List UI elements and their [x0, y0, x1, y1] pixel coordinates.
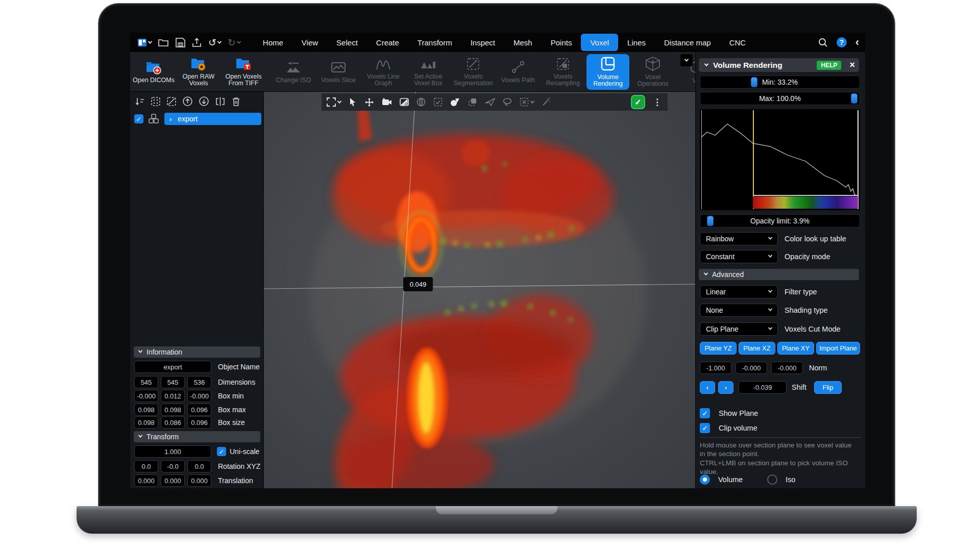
import-plane-button[interactable]: Import Plane [816, 342, 860, 355]
redo-icon[interactable]: ↻ [228, 38, 240, 47]
probe-icon[interactable] [450, 97, 460, 107]
collapse-left-icon[interactable]: ‹ [855, 37, 859, 47]
box-min-z-field[interactable]: -0.000 [187, 390, 211, 402]
box-select-check-icon[interactable] [433, 97, 443, 107]
histogram-max-marker[interactable] [857, 110, 859, 209]
norm-x-field[interactable]: -1.000 [700, 362, 731, 374]
viewport-3d-canvas[interactable]: ✓ ⋮ 0.049 [264, 92, 695, 488]
tab-cnc[interactable]: CNC [720, 33, 755, 52]
plane-tool-icon[interactable] [485, 98, 495, 106]
help-icon[interactable]: ? [837, 37, 847, 47]
color-lut-dropdown[interactable]: Rainbow [700, 232, 778, 245]
tab-transform[interactable]: Transform [408, 33, 461, 52]
max-slider-handle[interactable] [851, 93, 857, 104]
max-slider[interactable]: Max: 100.0% [700, 92, 860, 105]
tab-view[interactable]: View [292, 33, 327, 52]
opacity-limit-slider[interactable]: Opacity limit: 3.9% [700, 214, 860, 228]
close-icon[interactable]: × [849, 60, 855, 70]
export-visibility-checkbox[interactable]: ✓ [134, 114, 143, 123]
select-cursor-icon[interactable] [349, 97, 357, 107]
ribbon-open-voxels-tiff[interactable]: Open Voxels From TIFF [221, 54, 266, 90]
tab-select[interactable]: Select [327, 33, 367, 52]
delete-icon[interactable] [231, 96, 241, 107]
box-max-x-field[interactable]: 0.098 [134, 404, 158, 416]
show-plane-checkbox[interactable]: ✓ Show Plane [700, 408, 758, 418]
lasso-icon[interactable] [503, 97, 512, 107]
magic-wand-icon[interactable] [542, 97, 551, 107]
undo-icon[interactable]: ↺ [208, 38, 221, 47]
duplicate-icon[interactable] [468, 97, 477, 107]
ribbon-voxel-operations[interactable]: Voxel Operations [630, 54, 675, 90]
box-size-x-field[interactable]: 0.098 [134, 416, 158, 429]
clip-volume-checkbox[interactable]: ✓ Clip volume [700, 423, 757, 433]
tab-mesh[interactable]: Mesh [504, 33, 542, 52]
norm-z-field[interactable]: -0.000 [771, 362, 803, 374]
ribbon-open-raw-voxels[interactable]: Open RAW Voxels [176, 54, 221, 90]
transform-section-header[interactable]: Transform [134, 431, 260, 442]
histogram[interactable] [700, 109, 860, 210]
sort-icon[interactable] [135, 96, 145, 107]
tab-voxel[interactable]: Voxel [581, 34, 618, 51]
plane-xz-button[interactable]: Plane XZ [739, 342, 775, 355]
search-icon[interactable] [818, 38, 828, 47]
camera-icon[interactable] [382, 98, 392, 106]
box-max-y-field[interactable]: 0.098 [161, 404, 185, 416]
norm-y-field[interactable]: -0.000 [736, 362, 767, 374]
tab-distance-map[interactable]: Distance map [655, 33, 720, 52]
object-name-input[interactable]: export [134, 361, 211, 373]
confirm-button[interactable]: ✓ [631, 95, 645, 109]
advanced-section-header[interactable]: Advanced [699, 269, 859, 280]
scale-input[interactable]: 1.000 [134, 445, 211, 458]
fit-view-icon[interactable] [327, 97, 341, 107]
min-slider-handle[interactable] [751, 77, 757, 87]
ribbon-collapse-button[interactable] [680, 54, 693, 66]
export-upload-icon[interactable] [192, 38, 202, 47]
box-max-z-field[interactable]: 0.096 [187, 404, 211, 416]
information-section-header[interactable]: Information [134, 346, 260, 358]
tab-home[interactable]: Home [254, 33, 292, 52]
deselect-icon[interactable] [166, 96, 177, 107]
move-view-icon[interactable] [364, 97, 374, 107]
ribbon-open-dicoms[interactable]: Open DICOMs [131, 54, 176, 90]
render-settings-icon[interactable] [400, 98, 409, 106]
save-icon[interactable] [176, 38, 185, 47]
tab-create[interactable]: Create [367, 33, 408, 52]
dim-y-field[interactable]: 545 [161, 376, 185, 388]
box-min-x-field[interactable]: -0.000 [134, 390, 158, 402]
app-logo-icon[interactable] [137, 38, 152, 47]
translation-y-field[interactable]: 0.000 [161, 474, 185, 487]
opacity-slider-handle[interactable] [707, 216, 714, 226]
ribbon-voxels-line-graph[interactable]: Voxels Line Graph [361, 54, 406, 90]
ribbon-volume-rendering[interactable]: Volume Rendering [586, 54, 629, 90]
ribbon-set-active-voxel-box[interactable]: Set Active Voxel Box [406, 54, 451, 90]
help-badge[interactable]: HELP [817, 61, 841, 70]
shading-type-dropdown[interactable]: None [700, 304, 778, 317]
expand-chevron-icon[interactable]: › [169, 115, 172, 123]
translation-x-field[interactable]: 0.000 [134, 474, 158, 487]
min-slider[interactable]: Min: 33.2% [700, 76, 860, 89]
select-all-icon[interactable] [151, 96, 161, 107]
move-up-icon[interactable] [182, 96, 193, 107]
voxels-cut-mode-dropdown[interactable]: Clip Plane [700, 322, 778, 336]
plane-yz-button[interactable]: Plane YZ [700, 342, 737, 355]
shift-value-field[interactable]: -0.039 [739, 381, 787, 394]
tab-inspect[interactable]: Inspect [461, 33, 504, 52]
opacity-mode-dropdown[interactable]: Constant [700, 250, 778, 263]
box-size-y-field[interactable]: 0.086 [161, 416, 185, 429]
plane-xy-button[interactable]: Plane XY [777, 342, 814, 355]
filter-type-dropdown[interactable]: Linear [700, 285, 778, 298]
tab-lines[interactable]: Lines [618, 33, 655, 52]
volume-radio[interactable]: Volume [700, 474, 743, 485]
more-options-icon[interactable]: ⋮ [653, 97, 662, 108]
uniscale-checkbox[interactable]: ✓ [217, 447, 226, 456]
ribbon-voxels-slice[interactable]: Voxels Slice [316, 54, 361, 90]
rotation-y-field[interactable]: -0.0 [161, 460, 185, 472]
translation-z-field[interactable]: 0.000 [187, 474, 211, 487]
rotation-z-field[interactable]: 0.0 [187, 460, 211, 472]
dim-z-field[interactable]: 536 [187, 376, 211, 388]
ribbon-voxels-segmentation[interactable]: Voxels Segmentation [451, 54, 496, 90]
orbit-sphere-icon[interactable] [416, 97, 426, 107]
mirror-icon[interactable] [215, 96, 226, 107]
box-size-z-field[interactable]: 0.096 [187, 416, 211, 429]
ribbon-voxels-resampling[interactable]: Voxels Resampling [541, 54, 585, 90]
